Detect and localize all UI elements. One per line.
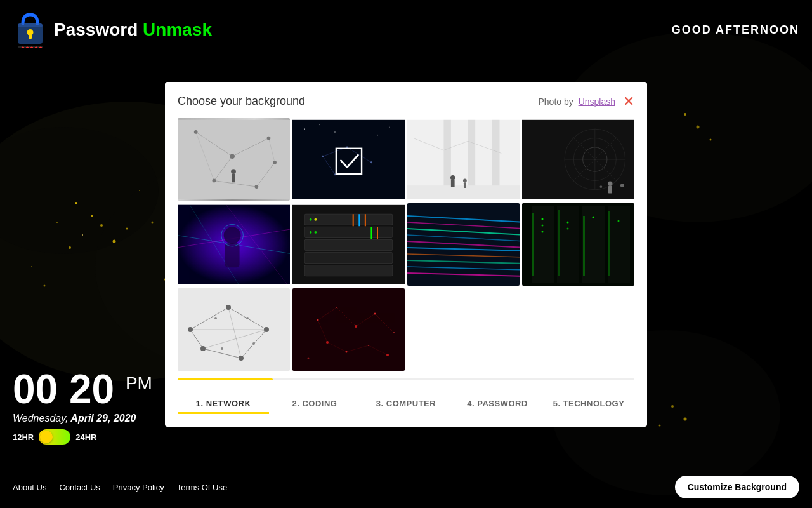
svg-point-115 [310,218,312,220]
svg-point-118 [314,231,317,233]
modal-overlay: Choose your background Photo by Unsplash… [0,0,812,508]
category-tab-computer[interactable]: 3. COMPUTER [360,395,452,414]
svg-point-117 [310,231,312,233]
svg-rect-137 [532,206,554,283]
image-option-5[interactable] [178,203,290,286]
svg-point-166 [214,317,217,319]
svg-rect-85 [451,180,455,187]
svg-rect-77 [443,119,450,186]
svg-point-162 [226,305,231,310]
svg-point-106 [224,227,241,244]
svg-point-96 [608,181,613,186]
svg-point-70 [370,161,372,163]
svg-point-59 [273,160,277,164]
svg-point-148 [567,221,569,223]
svg-point-147 [542,231,544,232]
category-tab-password[interactable]: 4. PASSWORD [452,395,543,414]
svg-point-63 [304,128,305,130]
svg-point-167 [246,317,249,319]
svg-rect-79 [492,119,499,186]
image-option-8[interactable] [522,203,634,286]
svg-rect-144 [608,211,610,276]
svg-point-60 [231,169,236,174]
svg-rect-114 [304,265,393,276]
svg-point-146 [542,224,544,226]
svg-point-168 [221,347,223,350]
svg-point-161 [188,327,193,332]
category-tab-coding[interactable]: 2. CODING [269,395,360,414]
image-option-6[interactable] [292,203,405,286]
unsplash-link[interactable]: Unsplash [579,97,615,107]
svg-rect-111 [304,227,393,237]
svg-rect-189 [292,288,405,371]
image-option-2[interactable] [292,118,405,201]
svg-rect-140 [608,206,630,283]
svg-point-164 [239,356,244,361]
svg-point-169 [252,342,255,345]
category-tab-network[interactable]: 1. NETWORK [178,395,269,414]
svg-point-67 [377,134,378,135]
svg-point-145 [542,218,544,220]
svg-point-68 [322,155,324,157]
credit-prefix: Photo by [538,97,573,107]
svg-point-58 [255,185,259,189]
image-option-1[interactable] [178,118,290,201]
scroll-track [178,378,634,380]
svg-point-151 [618,220,620,222]
modal-header: Choose your background Photo by Unsplash… [178,95,634,109]
svg-rect-135 [407,203,520,286]
svg-point-98 [620,184,624,187]
svg-point-165 [200,346,206,351]
svg-rect-112 [304,239,393,250]
svg-point-99 [599,185,602,188]
svg-rect-78 [468,119,475,186]
svg-point-116 [314,218,317,220]
svg-rect-142 [558,210,560,276]
image-option-9[interactable] [178,288,290,371]
svg-point-64 [319,124,320,125]
svg-point-84 [450,175,455,180]
svg-rect-97 [608,186,612,193]
svg-point-149 [567,227,569,229]
modal-close-button[interactable]: ✕ [623,95,634,109]
category-tab-technology[interactable]: 5. TECHNOLOGY [543,395,634,414]
svg-rect-141 [532,213,534,276]
category-tabs: 1. NETWORK 2. CODING 3. COMPUTER 4. PASS… [178,387,634,414]
svg-rect-110 [304,214,393,225]
svg-point-66 [389,126,390,128]
svg-point-150 [593,216,594,218]
image-option-7[interactable] [407,203,520,286]
svg-point-65 [334,131,336,132]
svg-rect-138 [557,206,579,283]
scroll-indicator [178,378,273,380]
svg-rect-61 [232,173,235,182]
svg-rect-62 [292,119,405,198]
svg-point-54 [194,130,198,134]
svg-point-86 [463,178,467,182]
grid-empty-1 [407,288,520,371]
svg-rect-143 [583,216,585,276]
svg-rect-87 [464,182,466,188]
svg-rect-113 [304,252,393,263]
modal-title: Choose your background [178,95,305,108]
svg-rect-107 [225,243,240,267]
svg-point-55 [230,154,235,159]
background-chooser-modal: Choose your background Photo by Unsplash… [165,82,647,427]
modal-credit: Photo by Unsplash [538,97,615,107]
svg-point-57 [213,178,216,182]
grid-empty-2 [522,288,634,371]
image-option-10[interactable] [292,288,405,371]
svg-point-56 [267,136,271,140]
svg-point-163 [264,327,269,332]
image-grid [178,118,634,371]
image-option-3[interactable] [407,118,520,201]
svg-rect-80 [407,185,520,199]
image-option-4[interactable] [522,118,634,201]
